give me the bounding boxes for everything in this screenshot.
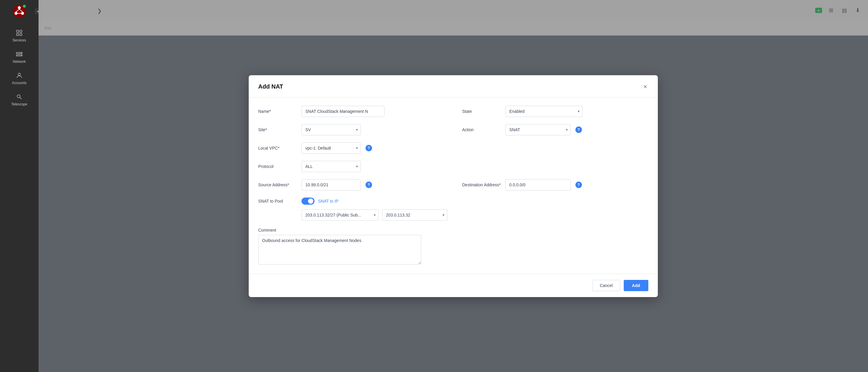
form-group-snat-pool: SNAT to Pool SNAT to IP bbox=[258, 198, 648, 205]
sidebar: ◀ Services Network Accounts Telesco bbox=[0, 0, 38, 372]
form-group-action: Action SNAT DNAT ▾ ? bbox=[462, 124, 648, 135]
add-button[interactable]: Add bbox=[624, 280, 648, 291]
site-select[interactable]: SV NY bbox=[302, 124, 361, 135]
protocol-select[interactable]: ALL TCP UDP ICMP bbox=[302, 161, 361, 172]
svg-point-1 bbox=[18, 6, 21, 9]
name-label: Name* bbox=[258, 109, 297, 114]
destination-address-label: Destination Address* bbox=[462, 182, 501, 187]
sidebar-item-network-label: Network bbox=[13, 60, 26, 64]
comment-section: Comment Outbound access for CloudStack M… bbox=[258, 228, 648, 265]
local-vpc-label: Local VPC* bbox=[258, 146, 297, 150]
sidebar-item-accounts[interactable]: Accounts bbox=[0, 68, 38, 89]
pool-ip-select-wrapper: 203.0.113.32 ▾ bbox=[382, 209, 447, 221]
action-select-wrapper: SNAT DNAT ▾ bbox=[505, 124, 571, 135]
svg-line-18 bbox=[20, 97, 22, 99]
sidebar-item-network[interactable]: Network bbox=[0, 46, 38, 68]
add-nat-modal: Add NAT × Name* State Enabled Disabled bbox=[249, 75, 658, 297]
form-row-addresses: Source Address* ? Destination Address* ? bbox=[258, 179, 648, 191]
svg-rect-9 bbox=[20, 30, 22, 32]
svg-point-14 bbox=[21, 53, 22, 54]
state-select-wrapper: Enabled Disabled ▾ bbox=[505, 106, 583, 117]
source-address-label: Source Address* bbox=[258, 182, 297, 187]
logo bbox=[11, 3, 28, 19]
destination-address-help-icon[interactable]: ? bbox=[576, 181, 582, 188]
form-row-snat-pool: SNAT to Pool SNAT to IP bbox=[258, 198, 648, 205]
sidebar-item-services-label: Services bbox=[12, 38, 26, 42]
source-address-input[interactable] bbox=[302, 179, 361, 191]
modal-backdrop: Add NAT × Name* State Enabled Disabled bbox=[38, 0, 868, 372]
source-address-help-icon[interactable]: ? bbox=[366, 181, 372, 188]
site-select-wrapper: SV NY ▾ bbox=[302, 124, 361, 135]
svg-point-7 bbox=[23, 5, 26, 8]
form-row-local-vpc: Local VPC* vpc-1: Default vpc-2 ▾ ? bbox=[258, 142, 648, 154]
cancel-button[interactable]: Cancel bbox=[592, 280, 620, 291]
pool-row: 203.0.113.32/27 (Public Sub... ▾ 203.0.1… bbox=[258, 209, 648, 221]
sidebar-item-telescope[interactable]: Telescope bbox=[0, 89, 38, 110]
action-label: Action bbox=[462, 127, 501, 132]
comment-textarea[interactable]: Outbound access for CloudStack Managemen… bbox=[258, 235, 421, 265]
modal-close-button[interactable]: × bbox=[642, 82, 648, 91]
state-select[interactable]: Enabled Disabled bbox=[505, 106, 583, 117]
protocol-label: Protocol bbox=[258, 164, 297, 169]
form-row-protocol: Protocol ALL TCP UDP ICMP ▾ bbox=[258, 161, 648, 172]
sidebar-item-services[interactable]: Services bbox=[0, 25, 38, 46]
svg-point-17 bbox=[17, 95, 20, 98]
sidebar-item-telescope-label: Telescope bbox=[11, 102, 27, 106]
local-vpc-select-wrapper: vpc-1: Default vpc-2 ▾ bbox=[302, 142, 361, 154]
name-input[interactable] bbox=[302, 106, 384, 117]
form-row-site-action: Site* SV NY ▾ Action SNAT DNAT bbox=[258, 124, 648, 135]
action-help-icon[interactable]: ? bbox=[576, 127, 582, 133]
form-group-name: Name* bbox=[258, 106, 444, 117]
local-vpc-select[interactable]: vpc-1: Default vpc-2 bbox=[302, 142, 361, 154]
sidebar-item-accounts-label: Accounts bbox=[12, 81, 26, 85]
modal-header: Add NAT × bbox=[249, 75, 658, 97]
form-row-name-state: Name* State Enabled Disabled ▾ bbox=[258, 106, 648, 117]
comment-label: Comment bbox=[258, 228, 648, 233]
local-vpc-help-icon[interactable]: ? bbox=[366, 145, 372, 151]
svg-point-16 bbox=[18, 73, 21, 75]
snat-toggle[interactable] bbox=[302, 198, 314, 205]
snat-toggle-slider bbox=[302, 198, 314, 205]
pool-subnet-select[interactable]: 203.0.113.32/27 (Public Sub... bbox=[302, 209, 378, 221]
snat-toggle-wrapper: SNAT to IP bbox=[302, 198, 339, 205]
svg-rect-11 bbox=[20, 33, 22, 36]
form-group-protocol: Protocol ALL TCP UDP ICMP ▾ bbox=[258, 161, 648, 172]
pool-subnet-select-wrapper: 203.0.113.32/27 (Public Sub... ▾ bbox=[302, 209, 378, 221]
modal-body: Name* State Enabled Disabled ▾ bbox=[249, 97, 658, 274]
form-group-state: State Enabled Disabled ▾ bbox=[462, 106, 648, 117]
svg-rect-8 bbox=[17, 30, 19, 32]
action-select[interactable]: SNAT DNAT bbox=[505, 124, 571, 135]
protocol-select-wrapper: ALL TCP UDP ICMP ▾ bbox=[302, 161, 361, 172]
form-group-site: Site* SV NY ▾ bbox=[258, 124, 444, 135]
form-group-local-vpc: Local VPC* vpc-1: Default vpc-2 ▾ ? bbox=[258, 142, 648, 154]
pool-ip-select[interactable]: 203.0.113.32 bbox=[382, 209, 447, 221]
state-label: State bbox=[462, 109, 501, 114]
site-label: Site* bbox=[258, 127, 297, 132]
snat-to-pool-label: SNAT to Pool bbox=[258, 199, 297, 203]
destination-address-input[interactable] bbox=[505, 179, 571, 191]
svg-rect-10 bbox=[17, 33, 19, 36]
modal-title: Add NAT bbox=[258, 83, 283, 90]
form-group-source-address: Source Address* ? bbox=[258, 179, 444, 191]
form-group-destination-address: Destination Address* ? bbox=[462, 179, 648, 191]
svg-point-15 bbox=[21, 55, 22, 56]
modal-footer: Cancel Add bbox=[249, 274, 658, 297]
snat-to-ip-link[interactable]: SNAT to IP bbox=[318, 199, 339, 203]
